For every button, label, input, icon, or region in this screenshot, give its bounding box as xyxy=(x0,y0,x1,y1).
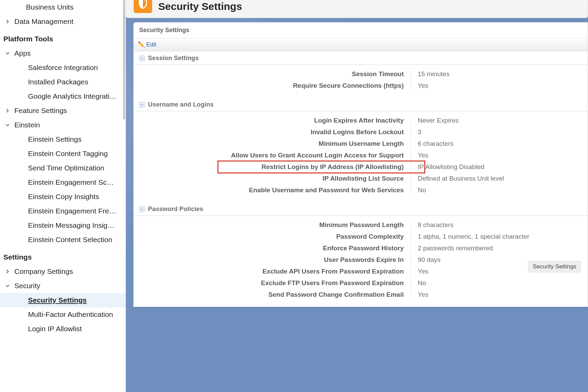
setting-label: Minimum Password Length xyxy=(134,221,411,229)
nav-sub-item[interactable]: Einstein Settings xyxy=(0,132,126,146)
setting-label: Exclude API Users From Password Expirati… xyxy=(134,268,411,275)
separator xyxy=(411,140,411,148)
setting-row: User Passwords Expire In90 days xyxy=(134,254,588,266)
collapse-icon[interactable]: − xyxy=(139,102,145,108)
nav-sub-item[interactable]: Einstein Copy Insights xyxy=(0,190,126,204)
setting-row: Require Secure Connections (https)Yes xyxy=(134,80,588,92)
tooltip: Security Settings xyxy=(528,261,581,272)
panel-title: Security Settings xyxy=(134,23,588,38)
setting-row: Exclude API Users From Password Expirati… xyxy=(134,266,588,277)
setting-value: No xyxy=(418,279,588,287)
nav-sub-item[interactable]: Einstein Content Selection xyxy=(0,233,126,247)
nav-sub-item[interactable]: Salesforce Integration xyxy=(0,60,126,75)
chevron-right-icon xyxy=(3,109,12,113)
section-header[interactable]: −Password Policies xyxy=(134,202,588,216)
setting-label: Restrict Logins by IP Address (IP Allowl… xyxy=(134,163,411,171)
setting-value: No xyxy=(418,186,588,194)
setting-row: Session Timeout15 minutes xyxy=(134,68,588,80)
setting-row: Password Complexity1 alpha, 1 numeric, 1… xyxy=(134,231,588,242)
nav-sub-label: Login IP Allowlist xyxy=(28,325,82,333)
page-title: Security Settings xyxy=(158,1,242,12)
nav-sub-label: Salesforce Integration xyxy=(28,64,98,72)
pencil-icon: ✏️ xyxy=(138,41,145,48)
setting-value: 15 minutes xyxy=(418,70,588,78)
setting-value: 3 xyxy=(418,128,588,136)
separator xyxy=(411,279,411,287)
collapse-icon[interactable]: − xyxy=(139,207,145,212)
nav-sub-item[interactable]: Einstein Engagement Freq… xyxy=(0,204,126,218)
separator xyxy=(411,233,411,240)
settings-block: Login Expires After InactivityNever Expi… xyxy=(134,111,588,202)
separator xyxy=(411,117,411,124)
setting-label: Minimum Username Length xyxy=(134,140,411,148)
nav-sub-label: Einstein Settings xyxy=(28,135,81,143)
nav-sub-item[interactable]: Einstein Engagement Scor… xyxy=(0,175,126,190)
shield-icon xyxy=(134,0,152,13)
scrollbar-thumb[interactable] xyxy=(123,0,125,120)
setting-label: User Passwords Expire In xyxy=(134,256,411,264)
nav-item[interactable]: Einstein xyxy=(0,118,126,132)
setting-label: Enable Username and Password for Web Ser… xyxy=(134,186,411,194)
nav-sub-label: Einstein Messaging Insights xyxy=(28,221,117,229)
collapse-icon[interactable]: − xyxy=(139,56,145,61)
nav-sub-item[interactable]: Multi-Factor Authentication xyxy=(0,307,126,322)
setting-row: Allow Users to Grant Account Login Acces… xyxy=(134,150,588,161)
setting-value: 2 passwords remembered xyxy=(418,244,588,252)
section-header[interactable]: −Username and Logins xyxy=(134,98,588,111)
nav-sub-item[interactable]: Installed Packages xyxy=(0,75,126,89)
setting-value: 1 alpha, 1 numeric, 1 special character xyxy=(418,233,588,240)
nav-item[interactable]: Apps xyxy=(0,46,126,60)
setting-row: Enable Username and Password for Web Ser… xyxy=(134,184,588,196)
section-title: Password Policies xyxy=(148,206,203,213)
setting-value: Defined at Business Unit level xyxy=(418,175,588,182)
setting-value: IP Allowlisting Disabled xyxy=(418,163,588,171)
setting-row: Restrict Logins by IP Address (IP Allowl… xyxy=(134,161,588,173)
nav-sub-item[interactable]: Einstein Messaging Insights xyxy=(0,218,126,233)
setting-label: Exclude FTP Users From Password Expirati… xyxy=(134,279,411,287)
setting-value: 6 characters xyxy=(418,140,588,148)
nav-sub-item[interactable]: Send Time Optimization xyxy=(0,161,126,175)
nav-item[interactable]: Business Units xyxy=(0,0,126,14)
nav-item-label: Business Units xyxy=(23,3,74,11)
nav-sub-label: Einstein Copy Insights xyxy=(28,193,99,201)
separator xyxy=(411,291,411,298)
nav-item[interactable]: Company Settings xyxy=(0,264,126,279)
settings-block: Session Timeout15 minutesRequire Secure … xyxy=(134,65,588,98)
nav-item-label: Company Settings xyxy=(12,267,73,276)
nav-item[interactable]: Feature Settings xyxy=(0,103,126,118)
separator xyxy=(411,221,411,229)
section-title: Username and Logins xyxy=(148,101,214,108)
nav-sub-label: Einstein Content Selection xyxy=(28,236,112,244)
page-header: Security Settings xyxy=(126,0,588,18)
chevron-down-icon xyxy=(3,51,12,55)
nav-sub-item[interactable]: Google Analytics Integrati… xyxy=(0,89,126,103)
nav-heading: Platform Tools xyxy=(0,29,126,46)
nav-item-label: Feature Settings xyxy=(12,107,67,115)
chevron-down-icon xyxy=(3,284,12,288)
separator xyxy=(411,268,411,275)
chevron-right-icon xyxy=(3,269,12,274)
nav-sub-item[interactable]: Login IP Allowlist xyxy=(0,322,126,336)
nav-sub-item[interactable]: Einstein Content Tagging xyxy=(0,146,126,161)
nav-item[interactable]: Data Management xyxy=(0,14,126,29)
setting-row: Invalid Logins Before Lockout3 xyxy=(134,126,588,138)
separator xyxy=(411,128,411,136)
settings-block: Minimum Password Length8 charactersPassw… xyxy=(134,216,588,307)
setting-row: IP Allowlisting List SourceDefined at Bu… xyxy=(134,173,588,184)
nav-sub-item[interactable]: Security Settings xyxy=(0,293,126,307)
setting-row: Minimum Username Length6 characters xyxy=(134,138,588,150)
setting-label: Password Complexity xyxy=(134,233,411,240)
setting-row: Login Expires After InactivityNever Expi… xyxy=(134,115,588,126)
section-header[interactable]: −Session Settings xyxy=(134,51,588,65)
edit-link[interactable]: Edit xyxy=(146,41,156,48)
setting-label: Login Expires After Inactivity xyxy=(134,117,411,124)
separator xyxy=(411,82,411,89)
chevron-right-icon xyxy=(3,19,12,24)
setting-label: Enforce Password History xyxy=(134,244,411,252)
nav-item[interactable]: Security xyxy=(0,279,126,293)
setting-row: Exclude FTP Users From Password Expirati… xyxy=(134,277,588,289)
main-area: Security Settings Security Settings ✏️ E… xyxy=(126,0,588,392)
setting-value: 8 characters xyxy=(418,221,588,229)
separator xyxy=(411,256,411,264)
nav-item-label: Einstein xyxy=(12,121,40,129)
